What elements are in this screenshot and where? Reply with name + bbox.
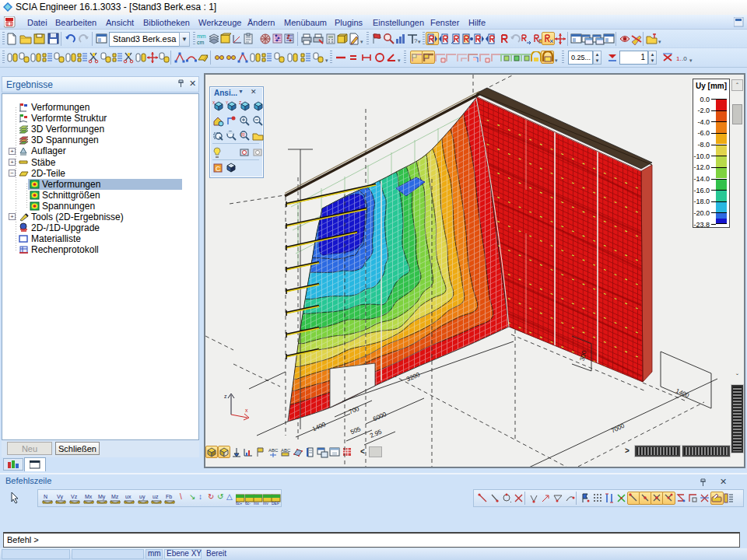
svg-text:My: My — [98, 494, 106, 500]
svg-text:my: my — [263, 501, 268, 505]
svg-text:1400: 1400 — [311, 421, 327, 432]
svg-text:6c-: 6c- — [245, 501, 251, 505]
svg-text:Fb: Fb — [166, 494, 172, 499]
svg-text:uy: uy — [139, 494, 146, 500]
svg-text:6000: 6000 — [372, 411, 388, 422]
svg-text:.0: .0 — [682, 55, 687, 62]
svg-text:mx: mx — [254, 501, 259, 505]
svg-text:ux: ux — [125, 494, 132, 499]
svg-text:Mz: Mz — [111, 494, 119, 499]
svg-text:Vy: Vy — [57, 494, 63, 500]
svg-text:505: 505 — [349, 425, 362, 436]
svg-text:Mx: Mx — [85, 494, 93, 499]
svg-text:DEF: DEF — [272, 501, 279, 505]
svg-text:mm: mm — [197, 33, 206, 39]
svg-text:6c+: 6c+ — [236, 501, 242, 505]
svg-text:uz: uz — [153, 494, 159, 499]
svg-text:N: N — [44, 494, 47, 499]
svg-text:Vz: Vz — [71, 494, 78, 499]
svg-text:z: z — [224, 394, 227, 399]
svg-text:7000: 7000 — [610, 422, 626, 435]
svg-text:3200: 3200 — [405, 371, 421, 383]
svg-text:x: x — [245, 408, 248, 413]
svg-text:1.: 1. — [676, 55, 682, 62]
svg-text:cm: cm — [197, 40, 205, 45]
